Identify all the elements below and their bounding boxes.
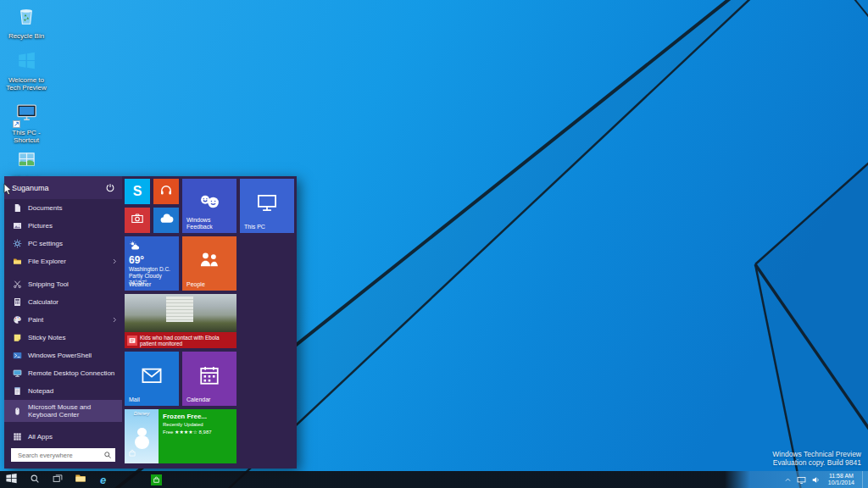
headphones-icon <box>159 183 173 200</box>
windows-logo-icon <box>5 472 18 488</box>
tile-mail[interactable]: Mail <box>125 352 179 406</box>
item-label: Remote Desktop Connection <box>28 369 114 377</box>
chevron-right-icon <box>113 258 117 264</box>
start-button[interactable] <box>0 471 23 488</box>
all-apps-grid-icon <box>13 432 23 442</box>
snowman-body <box>135 435 149 449</box>
tile-calendar[interactable]: Calendar <box>182 352 236 406</box>
start-menu-tiles: S Windows Feedback <box>122 176 297 469</box>
item-label: Paint <box>28 316 43 324</box>
small-tile-group: S <box>125 179 179 233</box>
screen: Recycle Bin Welcome to Tech Preview This… <box>0 0 868 488</box>
power-button[interactable] <box>103 181 116 194</box>
start-menu-item-pc-settings[interactable]: PC settings <box>4 235 122 252</box>
start-menu-item-snipping-tool[interactable]: Snipping Tool <box>4 275 122 293</box>
tile-skype[interactable]: S <box>125 179 150 204</box>
desktop-icon-welcome[interactable]: Welcome to Tech Preview <box>3 49 50 92</box>
calendar-icon <box>182 352 236 399</box>
file-explorer-button[interactable] <box>69 471 92 488</box>
tile-store-frozen[interactable]: Disney Frozen Free... Recently Updated F… <box>125 409 236 463</box>
folder-icon <box>13 257 23 267</box>
all-apps-button[interactable]: All Apps <box>4 428 122 446</box>
camera-icon <box>131 212 144 229</box>
item-label: Calculator <box>28 298 58 306</box>
desktop-icon-label: This PC - Shortcut <box>3 129 50 144</box>
weather-condition: Partly Cloudy <box>129 273 175 280</box>
search-box <box>11 448 115 462</box>
pictures-icon <box>13 221 23 231</box>
tile-this-pc[interactable]: This PC <box>240 179 294 233</box>
news-source-icon <box>127 336 137 346</box>
internet-explorer-button[interactable]: e <box>92 471 114 488</box>
start-menu-item-calculator[interactable]: Calculator <box>4 293 122 311</box>
tile-windows-feedback[interactable]: Windows Feedback <box>182 179 236 233</box>
window-icon <box>17 150 36 173</box>
taskbar: e 11:58 AM 10/1/2014 <box>0 471 868 488</box>
task-view-button[interactable] <box>46 471 69 488</box>
shortcut-arrow-icon <box>13 120 20 128</box>
taskbar-search-button[interactable] <box>23 471 46 488</box>
item-label: PC settings <box>28 240 63 247</box>
volume-icon[interactable] <box>811 475 821 485</box>
tile-onedrive[interactable] <box>153 208 179 233</box>
desktop-icon-label: Welcome to Tech Preview <box>3 76 50 92</box>
start-menu-item-pictures[interactable]: Pictures <box>4 217 122 235</box>
start-menu-item-notepad[interactable]: Notepad <box>4 382 122 400</box>
start-menu-item-file-explorer[interactable]: File Explorer <box>4 252 122 270</box>
gear-icon <box>13 239 23 249</box>
user-name[interactable]: Suganuma <box>12 184 49 192</box>
remote-desktop-icon <box>13 369 23 379</box>
store-app-info: Frozen Free... Recently Updated Free ★★★… <box>159 409 236 463</box>
show-desktop-button[interactable] <box>862 471 866 488</box>
tile-label: Mail <box>129 396 140 403</box>
start-menu-item-documents[interactable]: Documents <box>4 199 122 217</box>
search-input[interactable] <box>16 451 103 460</box>
partly-cloudy-icon <box>129 240 175 255</box>
weather-location: Washington D.C. <box>129 266 175 273</box>
tile-camera[interactable] <box>125 208 150 233</box>
tile-news[interactable]: Kids who had contact with Ebola patient … <box>125 294 236 348</box>
store-button[interactable] <box>145 471 168 488</box>
people-icon <box>182 236 236 284</box>
tile-people[interactable]: People <box>182 236 236 291</box>
desktop-icon-this-pc-shortcut[interactable]: This PC - Shortcut <box>3 102 50 144</box>
disney-brand-text: Disney <box>125 411 159 416</box>
weather-temperature: 69° <box>129 255 175 266</box>
start-menu-item-remote-desktop[interactable]: Remote Desktop Connection <box>4 364 122 382</box>
tile-label: Windows Feedback <box>186 217 234 230</box>
store-bag-icon <box>151 474 162 485</box>
welcome-window-icon <box>16 50 37 75</box>
network-icon[interactable] <box>797 475 806 485</box>
start-menu-item-paint[interactable]: Paint <box>4 311 122 329</box>
start-menu-item-mouse-keyboard-center[interactable]: Microsoft Mouse and Keyboard Center <box>4 400 122 422</box>
tile-music[interactable] <box>153 179 179 204</box>
start-menu: Suganuma Documents Pictures PC settings … <box>4 176 297 469</box>
tile-label: This PC <box>244 224 265 230</box>
desktop-icon-recycle-bin[interactable]: Recycle Bin <box>3 5 50 40</box>
item-label: Pictures <box>28 222 53 230</box>
mouse-icon <box>13 406 23 416</box>
tile-weather[interactable]: 69° Washington D.C. Partly Cloudy 74°/57… <box>125 236 179 291</box>
store-app-rating: Free ★★★★☆ 8,987 <box>163 430 233 435</box>
calculator-icon <box>13 297 23 308</box>
news-photo-building <box>166 297 193 323</box>
taskbar-clock[interactable]: 11:58 AM 10/1/2014 <box>826 473 857 486</box>
skype-icon: S <box>133 184 142 199</box>
chevron-right-icon <box>113 317 117 323</box>
menu-spacer <box>4 422 122 428</box>
search-icon[interactable] <box>103 447 112 463</box>
evaluation-watermark: Windows Technical Preview Evaluation cop… <box>772 450 861 467</box>
task-view-icon <box>53 472 63 487</box>
item-label: Snipping Tool <box>28 280 69 288</box>
start-menu-item-sticky-notes[interactable]: Sticky Notes <box>4 329 122 347</box>
recycle-bin-icon <box>15 5 37 30</box>
news-photo <box>125 294 236 332</box>
desktop-icon-label: Recycle Bin <box>3 32 50 40</box>
item-label: Microsoft Mouse and Keyboard Center <box>28 403 117 419</box>
system-tray: 11:58 AM 10/1/2014 <box>784 471 868 488</box>
hidden-icons-chevron[interactable] <box>784 476 792 484</box>
internet-explorer-icon: e <box>100 474 106 485</box>
start-menu-item-windows-powershell[interactable]: Windows PowerShell <box>4 347 122 364</box>
cloud-icon <box>159 212 174 230</box>
item-label: Notepad <box>28 387 53 395</box>
